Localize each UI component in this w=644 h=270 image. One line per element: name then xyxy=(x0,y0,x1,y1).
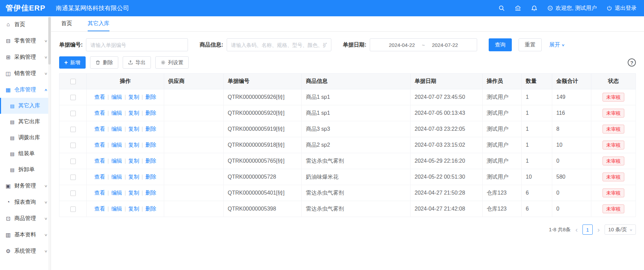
reset-button[interactable]: 重置 xyxy=(519,38,542,51)
delete-link[interactable]: 删除 xyxy=(145,126,156,132)
sidebar-item-sales[interactable]: ◫ 销售管理 ∨ xyxy=(0,65,51,82)
expand-filters-link[interactable]: 展开 ∨ xyxy=(549,41,564,49)
search-icon[interactable] xyxy=(498,5,505,12)
search-button[interactable]: 查询 xyxy=(489,38,512,51)
sidebar-item-basic-data[interactable]: ▥ 基本资料 ∨ xyxy=(0,227,51,243)
sidebar-scrollbar-thumb[interactable] xyxy=(48,17,51,65)
sidebar-item-goods[interactable]: ⊡ 商品管理 ∨ xyxy=(0,210,51,227)
delete-link[interactable]: 删除 xyxy=(145,94,156,100)
cell-supplier xyxy=(164,185,224,201)
view-link[interactable]: 查看 xyxy=(94,190,105,196)
copy-link[interactable]: 复制 xyxy=(128,126,139,132)
sidebar: ⌂ 首页 ⊟ 零售管理 ∨ ⊞ 采购管理 ∨ ◫ 销售管理 ∨ ▦ 仓库管理 ∧ xyxy=(0,16,51,270)
pagination-total: 1-8 共8条 xyxy=(549,227,571,233)
bell-icon[interactable] xyxy=(531,5,538,12)
date-range-picker[interactable]: 2024-04-22 ~ 2024-07-22 xyxy=(370,38,477,51)
edit-link[interactable]: 编辑 xyxy=(111,158,122,164)
cell-supplier xyxy=(164,105,224,121)
sidebar-item-home[interactable]: ⌂ 首页 xyxy=(0,16,51,33)
bill-no-input[interactable] xyxy=(86,38,188,51)
copy-link[interactable]: 复制 xyxy=(128,206,139,212)
delete-link[interactable]: 删除 xyxy=(145,174,156,180)
welcome-user[interactable]: 欢迎您, 测试用户 xyxy=(547,5,597,12)
smiley-icon xyxy=(547,5,553,11)
row-checkbox[interactable] xyxy=(70,143,76,148)
action-toolbar: + 新增 删除 导出 xyxy=(51,51,644,69)
edit-link[interactable]: 编辑 xyxy=(111,174,122,180)
date-from[interactable]: 2024-04-22 xyxy=(387,42,417,48)
view-link[interactable]: 查看 xyxy=(94,174,105,180)
next-page-icon[interactable]: › xyxy=(597,226,601,233)
sidebar-item-system[interactable]: ⚙ 系统管理 ∨ xyxy=(0,243,51,259)
tab-other-inbound[interactable]: 其它入库 xyxy=(88,16,109,31)
cell-date: 2024-07-07 23:45:50 xyxy=(411,89,483,105)
view-link[interactable]: 查看 xyxy=(94,126,105,132)
cell-qty: 10 xyxy=(522,169,552,185)
copy-link[interactable]: 复制 xyxy=(128,110,139,116)
page-size-select[interactable]: 10 条/页 ∨ xyxy=(605,224,636,235)
cell-qty: 6 xyxy=(522,185,552,201)
delete-link[interactable]: 删除 xyxy=(145,190,156,196)
row-checkbox[interactable] xyxy=(70,111,76,116)
logout-button[interactable]: 退出登录 xyxy=(606,5,637,12)
view-link[interactable]: 查看 xyxy=(94,206,105,212)
view-link[interactable]: 查看 xyxy=(94,110,105,116)
copy-link[interactable]: 复制 xyxy=(128,158,139,164)
edit-link[interactable]: 编辑 xyxy=(111,142,122,148)
row-checkbox[interactable] xyxy=(70,191,76,196)
sidebar-item-warehouse[interactable]: ▦ 仓库管理 ∧ xyxy=(0,82,51,98)
sidebar-item-finance[interactable]: ▣ 财务管理 ∨ xyxy=(0,178,51,194)
chevron-up-icon: ∧ xyxy=(44,88,48,92)
copy-link[interactable]: 复制 xyxy=(128,142,139,148)
column-settings-button[interactable]: 列设置 xyxy=(155,56,189,69)
edit-link[interactable]: 编辑 xyxy=(111,110,122,116)
cell-amount: 580 xyxy=(552,169,591,185)
sidebar-subitem-transfer-outbound[interactable]: ▤ 调拨出库 xyxy=(0,130,51,146)
select-all-checkbox[interactable] xyxy=(70,79,76,84)
sidebar-subitem-assembly[interactable]: ▤ 组装单 xyxy=(0,146,51,162)
row-checkbox[interactable] xyxy=(70,206,76,212)
sidebar-subitem-disassembly[interactable]: ▤ 拆卸单 xyxy=(0,162,51,178)
bank-icon[interactable] xyxy=(515,5,521,12)
table-row: 查看|编辑|复制|删除 QTRK00000005920[转] 商品1 sp1 2… xyxy=(59,105,636,121)
cell-operator: 测试用户 xyxy=(483,121,522,137)
edit-link[interactable]: 编辑 xyxy=(111,126,122,132)
prev-page-icon[interactable]: ‹ xyxy=(575,226,578,233)
cell-amount: 10 xyxy=(552,137,591,153)
current-page[interactable]: 1 xyxy=(582,224,593,235)
delete-link[interactable]: 删除 xyxy=(145,142,156,148)
row-checkbox[interactable] xyxy=(70,159,76,164)
sidebar-subitem-other-inbound[interactable]: ▤ 其它入库 xyxy=(0,98,51,114)
delete-link[interactable]: 删除 xyxy=(145,206,156,212)
export-button[interactable]: 导出 xyxy=(123,56,151,69)
edit-link[interactable]: 编辑 xyxy=(111,206,122,212)
delete-link[interactable]: 删除 xyxy=(145,158,156,164)
cell-product: 雷达杀虫气雾剂 xyxy=(302,153,411,169)
edit-link[interactable]: 编辑 xyxy=(111,94,122,100)
view-link[interactable]: 查看 xyxy=(94,94,105,100)
doc-icon: ▤ xyxy=(9,135,16,141)
tab-home[interactable]: 首页 xyxy=(61,16,72,31)
copy-link[interactable]: 复制 xyxy=(128,190,139,196)
filter-product: 商品信息: xyxy=(199,38,331,51)
sidebar-item-retail[interactable]: ⊟ 零售管理 ∨ xyxy=(0,33,51,49)
date-to[interactable]: 2024-07-22 xyxy=(430,42,460,48)
row-checkbox[interactable] xyxy=(70,127,76,132)
edit-link[interactable]: 编辑 xyxy=(111,190,122,196)
row-checkbox[interactable] xyxy=(70,175,76,180)
copy-link[interactable]: 复制 xyxy=(128,94,139,100)
product-input[interactable] xyxy=(227,38,331,51)
add-button[interactable]: + 新增 xyxy=(59,56,86,69)
sidebar-subitem-other-outbound[interactable]: ▤ 其它出库 xyxy=(0,114,51,130)
row-checkbox[interactable] xyxy=(70,95,76,100)
sidebar-item-purchase[interactable]: ⊞ 采购管理 ∨ xyxy=(0,49,51,65)
help-icon[interactable]: ? xyxy=(628,58,636,67)
view-link[interactable]: 查看 xyxy=(94,142,105,148)
filter-date: 单据日期: 2024-04-22 ~ 2024-07-22 xyxy=(343,38,477,51)
delete-link[interactable]: 删除 xyxy=(145,110,156,116)
power-icon xyxy=(606,5,612,11)
copy-link[interactable]: 复制 xyxy=(128,174,139,180)
sidebar-item-reports[interactable]: ◔ 报表查询 ∨ xyxy=(0,194,51,210)
view-link[interactable]: 查看 xyxy=(94,158,105,164)
delete-button[interactable]: 删除 xyxy=(90,56,118,69)
